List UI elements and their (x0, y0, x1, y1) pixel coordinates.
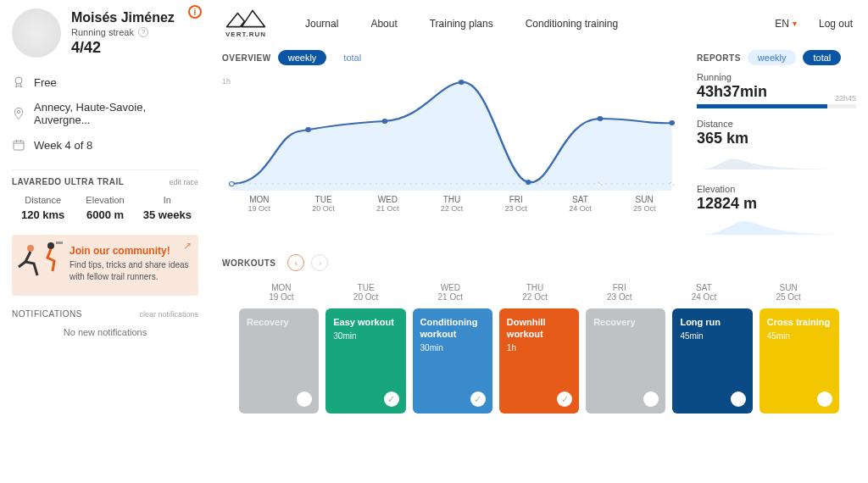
workout-done-icon[interactable]: ✓ (384, 391, 399, 407)
chart-x-label: TUE20 Oct (292, 195, 356, 213)
overview-tab-total[interactable]: total (333, 50, 371, 65)
nav-about[interactable]: About (370, 18, 397, 30)
clear-notifications-link[interactable]: clear notifications (139, 310, 198, 319)
chart-x-label: SAT24 Oct (548, 195, 613, 213)
workout-day-header: WED21 Oct (408, 283, 492, 302)
svg-point-4 (47, 242, 54, 249)
workout-done-icon[interactable] (817, 391, 832, 407)
main-content: VERT.RUN Journal About Training plans Co… (210, 0, 868, 483)
help-icon[interactable]: ? (138, 27, 148, 37)
chart-x-label: THU22 Oct (420, 195, 484, 213)
workout-done-icon[interactable] (731, 391, 746, 407)
svg-point-7 (305, 127, 311, 132)
workouts-next-button[interactable]: › (311, 254, 328, 271)
workouts-label: WORKOUTS (222, 258, 275, 268)
location: Annecy, Haute-Savoie, Auvergne... (34, 101, 198, 126)
topbar: VERT.RUN Journal About Training plans Co… (222, 8, 856, 43)
race-in-label: In (136, 195, 198, 205)
svg-rect-5 (56, 242, 63, 244)
workout-card[interactable]: Downhill workout1h✓ (499, 308, 579, 414)
workout-done-icon[interactable] (297, 391, 312, 407)
svg-point-12 (669, 120, 675, 125)
pin-icon (12, 107, 25, 120)
edit-race-link[interactable]: edit race (169, 178, 198, 186)
chevron-down-icon: ▾ (793, 19, 797, 28)
promo-title: Join our community! (70, 245, 190, 257)
workout-day-header: SUN25 Oct (746, 283, 831, 302)
reports-tab-total[interactable]: total (803, 50, 841, 65)
overview-chart: 1h MON19 OctTUE20 OctWED21 OctTHU22 OctF… (222, 72, 682, 212)
logout-link[interactable]: Log out (819, 18, 853, 30)
svg-point-11 (598, 116, 604, 121)
race-distance-value: 120 kms (12, 208, 74, 221)
workout-day-header: THU22 Oct (492, 283, 577, 302)
race-distance-label: Distance (12, 195, 74, 205)
report-running-label: Running (697, 72, 856, 82)
workout-day-header: TUE20 Oct (324, 283, 409, 302)
workout-card-title: Downhill workout (507, 317, 571, 341)
nav-conditioning[interactable]: Conditioning training (526, 18, 618, 30)
report-running-target: 22h45 (835, 94, 856, 103)
race-elevation-label: Elevation (74, 195, 136, 205)
language-selector[interactable]: EN ▾ (775, 18, 797, 30)
profile-name: Moisés Jiménez (71, 10, 175, 25)
workout-card[interactable]: Conditioning workout30min✓ (413, 308, 492, 414)
chart-x-label: WED21 Oct (355, 195, 420, 213)
workout-card-title: Conditioning workout (420, 317, 485, 341)
svg-point-1 (17, 110, 19, 113)
workout-card-title: Recovery (593, 317, 658, 329)
report-elevation-value: 12824 m (697, 195, 856, 213)
profile-block: i Moisés Jiménez Running streak ? 4/42 (12, 8, 198, 58)
location-row: Annecy, Haute-Savoie, Auvergne... (12, 95, 198, 132)
workout-card[interactable]: Easy workout30min✓ (326, 308, 405, 414)
plan-tier: Free (34, 76, 57, 89)
sidebar: i Moisés Jiménez Running streak ? 4/42 F… (0, 0, 210, 483)
workouts-prev-button[interactable]: ‹ (287, 254, 304, 271)
overview-tab-weekly[interactable]: weekly (278, 50, 327, 65)
workout-card[interactable]: Recovery (586, 308, 665, 414)
workout-day-header: FRI23 Oct (577, 283, 662, 302)
workout-card-duration: 45min (680, 331, 744, 341)
language-label: EN (775, 18, 789, 30)
alert-icon[interactable]: i (188, 5, 202, 19)
chart-ylabel: 1h (222, 77, 231, 86)
nav-journal[interactable]: Journal (305, 18, 338, 30)
workout-card-title: Cross training (767, 317, 832, 329)
notifications-empty-text: No new notifications (12, 327, 198, 337)
chart-x-label: MON19 Oct (227, 195, 292, 213)
workout-card-duration: 30min (333, 331, 398, 341)
logo-text: VERT.RUN (225, 31, 266, 38)
promo-text: Find tips, tricks and share ideas with f… (70, 259, 190, 283)
workout-card-duration: 30min (420, 343, 485, 353)
runner-illustration-icon (15, 238, 66, 289)
nav-training-plans[interactable]: Training plans (430, 18, 493, 30)
workout-card[interactable]: Cross training45min (760, 308, 839, 414)
reports-label: REPORTS (697, 53, 741, 63)
workout-day-header: SAT24 Oct (662, 283, 747, 302)
reports-tab-weekly[interactable]: weekly (748, 50, 797, 65)
chart-x-label: FRI23 Oct (484, 195, 548, 213)
workout-card[interactable]: Long run45min (672, 308, 752, 414)
open-external-icon[interactable]: ↗ (183, 240, 192, 252)
notifications-title: NOTIFICATIONS (12, 309, 82, 319)
report-distance-value: 365 km (697, 130, 856, 147)
workout-done-icon[interactable]: ✓ (557, 391, 572, 407)
badge-icon (12, 75, 25, 89)
race-elevation-value: 6000 m (74, 208, 136, 221)
week-row: Week 4 of 8 (12, 132, 198, 158)
week-progress: Week 4 of 8 (34, 139, 92, 152)
community-promo[interactable]: ↗ Join our community! Find tips, tricks … (12, 235, 198, 296)
race-in-value: 35 weeks (136, 208, 198, 221)
workout-done-icon[interactable] (643, 391, 659, 407)
workout-card[interactable]: Recovery (239, 308, 319, 414)
svg-rect-2 (14, 141, 24, 150)
svg-point-0 (15, 77, 22, 84)
workout-done-icon[interactable]: ✓ (470, 391, 486, 407)
report-running-value: 43h37min (697, 83, 856, 101)
workout-card-duration: 45min (767, 331, 832, 341)
avatar[interactable] (12, 8, 61, 58)
svg-point-9 (459, 80, 465, 85)
logo[interactable]: VERT.RUN (225, 8, 266, 38)
logo-mountain-icon (225, 8, 266, 29)
workout-card-title: Easy workout (333, 317, 398, 329)
